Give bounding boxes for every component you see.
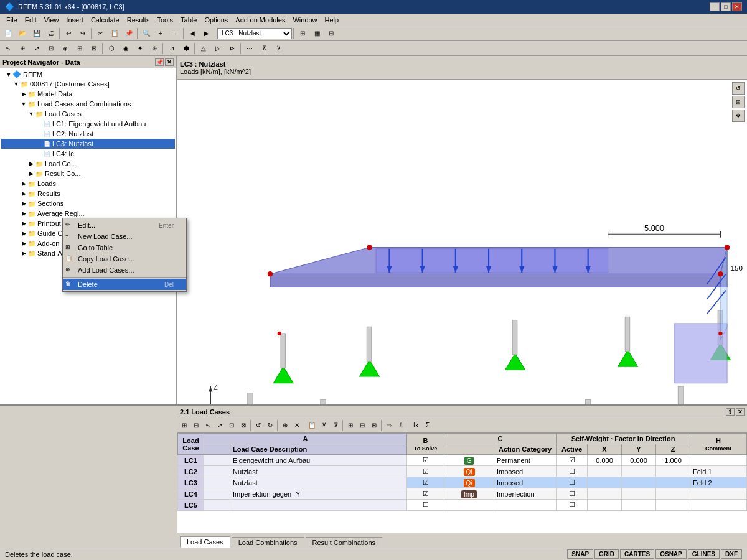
- avg-expander[interactable]: ▶: [20, 210, 27, 217]
- tt-15[interactable]: ⊟: [357, 420, 368, 431]
- dxf-button[interactable]: DXF: [721, 549, 742, 559]
- tb2-2[interactable]: ⊕: [16, 42, 29, 55]
- tt-2[interactable]: ⊟: [190, 420, 202, 431]
- tab-load-combinations[interactable]: Load Combinations: [232, 537, 304, 548]
- tree-lc2[interactable]: LC2: Nutzlast: [1, 129, 175, 139]
- active-cell[interactable]: ☑: [557, 455, 588, 466]
- menu-addon[interactable]: Add-on Modules: [232, 15, 289, 25]
- menu-tools[interactable]: Tools: [153, 15, 177, 25]
- tb-misc1[interactable]: ⊞: [296, 27, 309, 40]
- tb2-5[interactable]: ◈: [59, 42, 72, 55]
- viewport-controls[interactable]: ↺ ⊞ ✥: [732, 82, 745, 122]
- tree-model-data[interactable]: ▶ Model Data: [1, 89, 175, 99]
- tt-1[interactable]: ⊞: [179, 420, 190, 431]
- solve-cell[interactable]: ☑: [407, 488, 444, 500]
- tree-load-cases[interactable]: ▼ Load Cases: [1, 109, 175, 119]
- tb-cut[interactable]: ✂: [93, 27, 107, 40]
- tb-misc3[interactable]: ⊟: [324, 27, 338, 40]
- tree-sections[interactable]: ▶ Sections: [1, 198, 175, 208]
- project-expander[interactable]: ▼: [12, 80, 20, 88]
- tb-save[interactable]: 💾: [30, 27, 44, 40]
- menu-window[interactable]: Window: [289, 15, 321, 25]
- tb-paste[interactable]: 📌: [122, 27, 136, 40]
- ctx-add-lc[interactable]: ⊕ Add Load Cases...: [63, 264, 186, 276]
- loads-expander[interactable]: ▶: [20, 180, 27, 187]
- ctx-edit[interactable]: ✏ Edit... Enter: [63, 220, 186, 231]
- tree-lc4[interactable]: LC4: Ic: [1, 149, 175, 159]
- ctx-new-lc[interactable]: + New Load Case...: [63, 231, 186, 242]
- tb-redo[interactable]: ↪: [76, 27, 90, 40]
- cartes-button[interactable]: CARTES: [620, 549, 654, 559]
- menu-results[interactable]: Results: [123, 15, 154, 25]
- solve-cell[interactable]: ☐: [407, 500, 444, 511]
- rcomb-expander[interactable]: ▶: [27, 170, 35, 177]
- tb2-6[interactable]: ⊞: [73, 42, 87, 55]
- close-button[interactable]: ✕: [732, 2, 742, 11]
- standalone-expander[interactable]: ▶: [20, 250, 27, 257]
- tb-open[interactable]: 📂: [16, 27, 29, 40]
- solve-cell[interactable]: ☑: [407, 466, 444, 477]
- tb2-4[interactable]: ⊡: [44, 42, 58, 55]
- tt-12[interactable]: ⊻: [318, 420, 329, 431]
- tree-load-cases-comb[interactable]: ▼ Load Cases and Combinations: [1, 99, 175, 109]
- title-bar-controls[interactable]: ─ □ ✕: [710, 2, 742, 11]
- lcomb-expander[interactable]: ▶: [27, 160, 35, 167]
- viewport-pan[interactable]: ✥: [732, 110, 745, 122]
- table-close[interactable]: ✕: [736, 408, 745, 416]
- tree-results[interactable]: ▶ Results: [1, 189, 175, 198]
- tt-11[interactable]: 📋: [306, 420, 317, 431]
- table-row[interactable]: LC3 Nutzlast ☑ Qi Imposed ☐ Feld 2: [178, 477, 747, 488]
- tree-result-comb[interactable]: ▶ Result Co...: [1, 169, 175, 179]
- tree-avg-regions[interactable]: ▶ Average Regi...: [1, 208, 175, 218]
- tb2-14[interactable]: △: [197, 42, 210, 55]
- grid-button[interactable]: GRID: [594, 549, 619, 559]
- rfem-expander[interactable]: ▼: [5, 71, 12, 78]
- status-buttons[interactable]: SNAP GRID CARTES OSNAP GLINES DXF: [567, 549, 742, 559]
- guide-expander[interactable]: ▶: [20, 230, 27, 237]
- tree-project[interactable]: ▼ 000817 [Customer Cases]: [1, 79, 175, 89]
- tb2-16[interactable]: ⊳: [225, 42, 239, 55]
- tree-lc3[interactable]: LC3: Nutzlast: [1, 139, 175, 149]
- menu-file[interactable]: File: [2, 15, 21, 25]
- panel-pin[interactable]: 📌: [155, 58, 164, 66]
- panel-controls[interactable]: 📌 ✕: [155, 58, 174, 66]
- table-row[interactable]: LC2 Nutzlast ☑ Qi Imposed ☐ Feld 1: [178, 466, 747, 477]
- tt-3[interactable]: ↖: [202, 420, 214, 431]
- tt-19[interactable]: fx: [410, 420, 421, 431]
- menu-options[interactable]: Options: [200, 15, 232, 25]
- tb2-3[interactable]: ↗: [30, 42, 44, 55]
- tab-load-cases[interactable]: Load Cases: [180, 536, 230, 548]
- tb2-13[interactable]: ⬢: [179, 42, 193, 55]
- tb2-15[interactable]: ▷: [211, 42, 225, 55]
- tb2-1[interactable]: ↖: [1, 42, 15, 55]
- tt-8[interactable]: ↻: [265, 420, 276, 431]
- osnap-button[interactable]: OSNAP: [655, 549, 687, 559]
- tt-10[interactable]: ✕: [291, 420, 303, 431]
- table-float[interactable]: ⇪: [726, 408, 735, 416]
- tb-undo[interactable]: ↩: [62, 27, 75, 40]
- tab-result-combinations[interactable]: Result Combinations: [306, 537, 383, 548]
- lc-expander[interactable]: ▼: [27, 110, 35, 118]
- tt-5[interactable]: ⊡: [226, 420, 237, 431]
- menu-insert[interactable]: Insert: [62, 15, 87, 25]
- maximize-button[interactable]: □: [721, 2, 731, 11]
- tt-6[interactable]: ⊠: [238, 420, 249, 431]
- tb-new[interactable]: 📄: [1, 27, 15, 40]
- tb-copy[interactable]: 📋: [108, 27, 121, 40]
- tt-20[interactable]: Σ: [422, 420, 433, 431]
- tb2-10[interactable]: ✦: [133, 42, 147, 55]
- tb-print[interactable]: 🖨: [44, 27, 58, 40]
- menu-edit[interactable]: Edit: [21, 15, 40, 25]
- menu-table[interactable]: Table: [177, 15, 200, 25]
- tb2-9[interactable]: ◉: [119, 42, 133, 55]
- tree-load-comb[interactable]: ▶ Load Co...: [1, 159, 175, 169]
- glines-button[interactable]: GLINES: [688, 549, 720, 559]
- menu-calculate[interactable]: Calculate: [87, 15, 123, 25]
- tt-13[interactable]: ⊼: [330, 420, 341, 431]
- tree-lc1[interactable]: LC1: Eigengewicht und Aufbau: [1, 119, 175, 129]
- printout-expander[interactable]: ▶: [20, 220, 27, 227]
- ctx-delete[interactable]: 🗑 Delete Del: [63, 279, 186, 290]
- active-cell[interactable]: ☐: [557, 477, 588, 488]
- tt-4[interactable]: ↗: [214, 420, 225, 431]
- table-header-controls[interactable]: ⇪ ✕: [726, 408, 745, 416]
